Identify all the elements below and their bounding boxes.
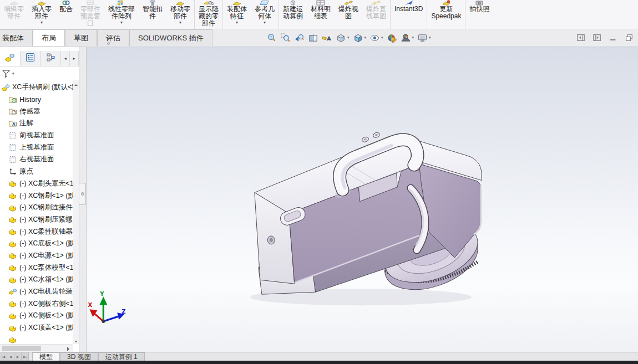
edit-component-button[interactable]: 编辑零 部件 ▾ bbox=[0, 0, 28, 29]
smart-fasteners-button[interactable]: 智能扣 件 ▾ bbox=[139, 0, 166, 29]
instant3d-button[interactable]: Instant3D ▾ bbox=[391, 0, 427, 29]
tree-item[interactable]: 上视基准面 bbox=[1, 141, 73, 153]
edit-appearance-button[interactable]: ▾ bbox=[386, 32, 398, 44]
section-view-button[interactable]: ▾ bbox=[307, 32, 320, 44]
window-controls bbox=[575, 29, 635, 46]
part-icon bbox=[8, 275, 17, 284]
apply-scene-icon bbox=[401, 33, 411, 43]
take-snapshot-button[interactable]: 拍快照 ▾ bbox=[465, 0, 493, 29]
hide-show-items-button[interactable]: ▾ bbox=[368, 32, 384, 44]
panel-tab-scroll-left[interactable]: ◂ bbox=[61, 51, 70, 66]
display-style-button[interactable]: ▾ bbox=[352, 32, 368, 44]
scroll-next-tab-button[interactable]: ▶ bbox=[14, 352, 22, 361]
scrollbar-thumb[interactable] bbox=[2, 346, 41, 351]
tab-assembly[interactable]: 装配体 bbox=[0, 29, 33, 46]
tree-item[interactable]: (-) XC电机齿轮装 bbox=[1, 286, 73, 298]
main-area: ◂ ▸ ▾ XC手持钢刷 (默认<默 History 传感器 A 注解 bbox=[0, 47, 638, 352]
ribbon-pin-dot bbox=[107, 42, 110, 45]
show-hidden-components-button[interactable]: 显示隐 藏的零 部件 ▾ bbox=[195, 0, 223, 29]
new-motion-study-button[interactable]: 新建运 动算例 ▾ bbox=[279, 0, 307, 29]
propertymanager-tab[interactable] bbox=[21, 51, 41, 66]
tree-item[interactable]: 原点 bbox=[1, 166, 73, 178]
scroll-prev-tab-button[interactable]: ◀ bbox=[7, 352, 14, 361]
featuremanager-tab[interactable] bbox=[0, 51, 21, 66]
reference-geometry-button[interactable]: 参考几 何体 ▾ bbox=[251, 0, 279, 29]
tree-horizontal-scrollbar[interactable] bbox=[0, 344, 73, 352]
move-component-button[interactable]: 移动零 部件 ▾ bbox=[166, 0, 195, 29]
tree-vertical-scrollbar[interactable] bbox=[73, 80, 79, 344]
tree-item[interactable]: (-) XC钢刷压紧螺 bbox=[1, 214, 73, 226]
previous-view-button[interactable]: ▾ bbox=[293, 32, 306, 44]
feature-tree: XC手持钢刷 (默认<默 History 传感器 A 注解 前视基准面 上视基准… bbox=[0, 80, 79, 352]
orientation-triad: X Y Z bbox=[88, 291, 125, 323]
tab-evaluate[interactable]: 评估 bbox=[97, 29, 129, 46]
tree-item[interactable]: (-) XC钢刷<1> (默 bbox=[1, 189, 73, 202]
mate-button[interactable]: 配合 ▾ bbox=[55, 0, 77, 29]
zoom-to-fit-button[interactable]: ▾ bbox=[265, 32, 278, 44]
apply-scene-button[interactable]: ▾ bbox=[399, 32, 416, 44]
view-orientation-button[interactable]: ▾ bbox=[335, 32, 351, 44]
3d-views-tab[interactable]: 3D 视图 bbox=[60, 352, 98, 361]
tab-sketch[interactable]: 草图 bbox=[65, 29, 97, 46]
tree-item[interactable]: (-) XC泵体模型<1 bbox=[1, 262, 73, 274]
panel-splitter[interactable] bbox=[79, 47, 87, 352]
tree-item[interactable]: 前视基准面 bbox=[1, 130, 73, 142]
tree-item[interactable]: (-) XC钢刷连接件 bbox=[1, 202, 73, 214]
view-settings-button[interactable]: ▾ bbox=[416, 32, 432, 44]
filter-funnel-icon[interactable] bbox=[2, 69, 11, 78]
dropdown-arrow-icon: ▾ bbox=[179, 20, 181, 25]
dropdown-arrow-icon: ▾ bbox=[264, 20, 266, 25]
scroll-up-icon[interactable] bbox=[73, 80, 79, 87]
configurationmanager-tab[interactable] bbox=[40, 51, 61, 66]
explode-line-sketch-button[interactable]: 爆炸直 线草图 ▾ bbox=[362, 0, 391, 29]
tree-item[interactable]: (-) XC侧板<1> (默 bbox=[1, 310, 73, 322]
chip-window-icon bbox=[85, 0, 95, 6]
view-annotations-button[interactable]: A ▾ bbox=[321, 32, 333, 44]
bill-of-materials-button[interactable]: 材料明 细表 ▾ bbox=[307, 0, 335, 29]
collapse-pane-right-button[interactable] bbox=[591, 33, 602, 43]
tree-item[interactable]: (-) XC顶盖<1> (默 bbox=[1, 322, 73, 334]
scroll-first-tab-button[interactable]: |◀ bbox=[0, 352, 7, 361]
scroll-right-icon[interactable] bbox=[67, 347, 72, 351]
hide-show-items-icon bbox=[369, 33, 380, 43]
linear-pattern-button[interactable]: 线性零部 件阵列 ▾ bbox=[104, 0, 139, 29]
part-icon bbox=[8, 263, 17, 272]
zoom-to-area-button[interactable]: ▾ bbox=[279, 32, 292, 44]
tree-item[interactable]: (-) XC柔性联轴器 bbox=[1, 225, 73, 238]
tab-solidworks-addins[interactable]: SOLIDWORKS 插件 bbox=[129, 29, 212, 46]
tree-item[interactable]: (-) XC刷头罩壳<1 bbox=[1, 178, 73, 190]
minimize-button[interactable] bbox=[607, 33, 619, 43]
tree-item[interactable]: (-) XC水箱<1> (默 bbox=[1, 274, 73, 286]
restore-button[interactable] bbox=[624, 33, 635, 43]
motion-study-tab[interactable]: 运动算例 1 bbox=[98, 352, 145, 361]
tab-layout[interactable]: 布局 bbox=[33, 29, 65, 46]
tree-item[interactable]: (-) XC侧板右侧<1 bbox=[1, 298, 73, 310]
collapse-pane-left-button[interactable] bbox=[575, 33, 586, 43]
panel-tab-scroll-right[interactable]: ▸ bbox=[70, 51, 79, 66]
tree-item[interactable]: 传感器 bbox=[1, 105, 73, 117]
panel-tab-bar: ◂ ▸ bbox=[0, 51, 79, 66]
model-tab[interactable]: 模型 bbox=[32, 352, 60, 361]
model-3d[interactable]: X Y Z bbox=[87, 47, 638, 352]
graphics-viewport[interactable]: X Y Z bbox=[87, 47, 638, 352]
component-preview-button[interactable]: 零部件 预览窗 口 ▾ bbox=[77, 0, 104, 29]
exploded-view-button[interactable]: 爆炸视 图 ▾ bbox=[335, 0, 362, 29]
tree-item[interactable]: A 注解 bbox=[1, 117, 73, 130]
tree-item[interactable]: (-) XC电源<1> (默 bbox=[1, 250, 73, 262]
triad-z-label: Z bbox=[121, 309, 125, 315]
assembly-features-button[interactable]: 装配体 特征 ▾ bbox=[223, 0, 251, 29]
insert-component-button[interactable]: 插入零 部件 ▾ bbox=[28, 0, 55, 29]
filter-dropdown-arrow-icon[interactable]: ▾ bbox=[12, 71, 14, 76]
splitter-knob[interactable] bbox=[79, 183, 86, 205]
tree-item[interactable]: History bbox=[1, 94, 73, 106]
tree-item[interactable] bbox=[1, 334, 73, 344]
scroll-down-icon[interactable] bbox=[73, 337, 79, 344]
solidworks-window: 编辑零 部件 ▾ 插入零 部件 ▾ 配合 ▾ 零部件 预览窗 口 ▾ 线性零部 … bbox=[0, 0, 638, 364]
tree-item[interactable]: (-) XC底板<1> (默 bbox=[1, 238, 73, 250]
tree-item[interactable]: 右视基准面 bbox=[1, 153, 73, 166]
update-speedpak-button[interactable]: 更新 Speedpak ▾ bbox=[427, 0, 465, 29]
property-manager-icon bbox=[25, 52, 36, 65]
triad-x-label: X bbox=[88, 302, 92, 308]
scroll-last-tab-button[interactable]: ▶| bbox=[22, 352, 29, 361]
tree-root-item[interactable]: XC手持钢刷 (默认<默 bbox=[1, 81, 73, 94]
